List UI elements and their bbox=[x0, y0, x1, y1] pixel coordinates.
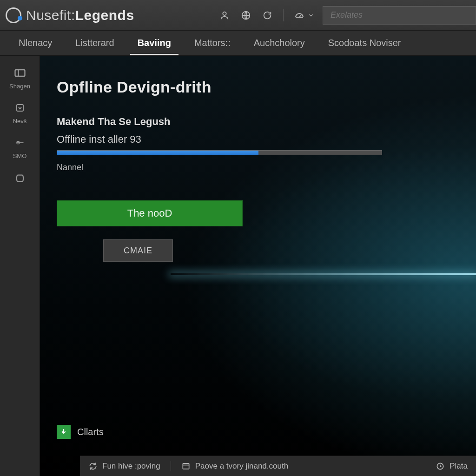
tab-listterard[interactable]: Listterard bbox=[66, 31, 123, 55]
tab-auchcholory[interactable]: Auchcholory bbox=[245, 31, 314, 55]
primary-button-label: The nooD bbox=[127, 207, 172, 219]
tab-label: Mattors:: bbox=[194, 38, 231, 48]
tab-label: Listterard bbox=[75, 38, 114, 48]
header-divider bbox=[283, 9, 284, 21]
download-row[interactable]: Cllarts bbox=[57, 425, 104, 439]
chevron-down-icon bbox=[308, 12, 314, 19]
account-icon[interactable] bbox=[219, 10, 230, 21]
panel-icon bbox=[13, 66, 27, 80]
sidebar-item-smo[interactable]: SMO bbox=[0, 132, 40, 164]
tab-scodoats[interactable]: Scodoats Noviser bbox=[319, 31, 410, 55]
progress-bar bbox=[57, 150, 382, 155]
sidebar-item-shagen[interactable]: Shagen bbox=[0, 62, 40, 94]
header-icon-group bbox=[219, 9, 314, 21]
sidebar-item-nevs[interactable]: Nevš bbox=[0, 97, 40, 129]
globe-icon[interactable] bbox=[240, 10, 251, 21]
sidebar-item-label: Nevš bbox=[13, 118, 27, 125]
tab-nlenacy[interactable]: Nlenacy bbox=[9, 31, 61, 55]
progress-caption: Nannel bbox=[57, 163, 459, 172]
svg-rect-3 bbox=[17, 105, 23, 111]
tab-bar: Nlenacy Listterard Baviing Mattors:: Auc… bbox=[0, 31, 476, 56]
download-row-label: Cllarts bbox=[77, 427, 104, 437]
app-header: Nusefit:Legends bbox=[0, 0, 476, 31]
tab-baviing[interactable]: Baviing bbox=[128, 31, 180, 55]
secondary-button-label: CMAIE bbox=[124, 246, 152, 256]
progress-fill bbox=[57, 151, 258, 155]
secondary-action-button[interactable]: CMAIE bbox=[103, 239, 173, 262]
tab-label: Scodoats Noviser bbox=[328, 38, 401, 48]
slider-icon bbox=[13, 136, 27, 150]
jar-icon bbox=[13, 171, 27, 185]
download-arrow-icon bbox=[57, 425, 71, 439]
brand-prefix: Nusefit bbox=[26, 7, 71, 23]
app-brand: Nusefit:Legends bbox=[6, 7, 134, 23]
sidebar-item-label: SMO bbox=[13, 152, 27, 159]
brand-logo-icon bbox=[6, 7, 21, 23]
sidebar: Shagen Nevš SMO bbox=[0, 56, 40, 476]
brand-suffix: Legends bbox=[75, 7, 134, 23]
refresh-icon[interactable] bbox=[262, 10, 273, 21]
settings-dropdown[interactable] bbox=[294, 10, 314, 21]
progress-label: Offline inst aller 93 bbox=[57, 133, 459, 145]
sidebar-item-jar[interactable] bbox=[0, 167, 40, 192]
tab-label: Nlenacy bbox=[19, 38, 52, 48]
page-title: Opfline Devign-drith bbox=[57, 78, 459, 96]
tab-label: Baviing bbox=[138, 38, 171, 48]
chevbox-icon bbox=[13, 101, 27, 115]
search-input[interactable] bbox=[323, 6, 476, 25]
svg-rect-2 bbox=[15, 70, 25, 76]
gauge-icon bbox=[294, 10, 305, 21]
tab-label: Auchcholory bbox=[254, 38, 305, 48]
content-area: Opfline Devign-drith Makend Tha Se Legus… bbox=[40, 56, 476, 476]
app-body: Shagen Nevš SMO Opfline Devign-drith M bbox=[0, 56, 476, 476]
primary-action-button[interactable]: The nooD bbox=[57, 200, 243, 226]
tab-mattors[interactable]: Mattors:: bbox=[185, 31, 240, 55]
sidebar-item-label: Shagen bbox=[9, 83, 30, 90]
main-panel: Opfline Devign-drith Makend Tha Se Legus… bbox=[40, 56, 476, 476]
svg-point-0 bbox=[223, 12, 226, 15]
section-subtitle: Makend Tha Se Legush bbox=[57, 116, 459, 128]
